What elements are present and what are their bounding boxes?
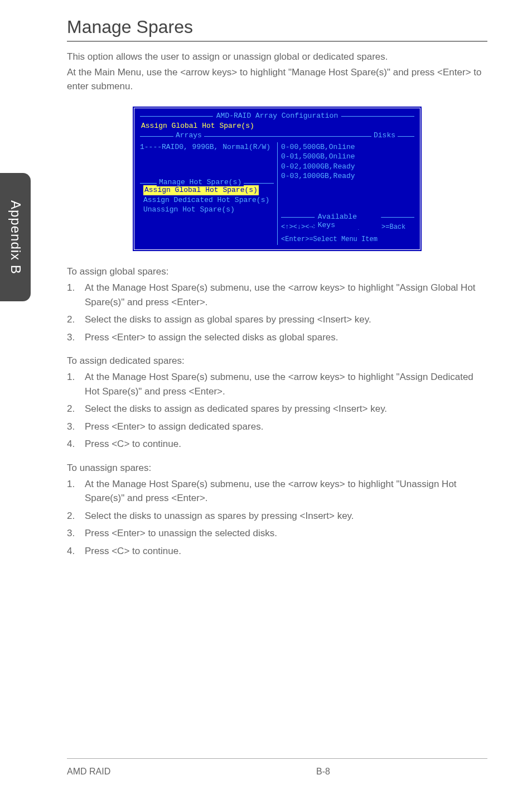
disk-entry: 0-01,500GB,Online <box>281 152 414 162</box>
list-item: Press <Enter> to assign dedicated spares… <box>67 420 487 434</box>
manage-hot-spares-legend: Manage Hot Spare(s) <box>157 178 244 186</box>
footer-page-number: B-8 <box>238 767 487 777</box>
global-steps-list: At the Manage Host Spare(s) submenu, use… <box>67 281 487 344</box>
available-keys-legend: Available Keys <box>315 213 381 229</box>
menu-assign-global[interactable]: Assign Global Hot Spare(s) <box>143 185 259 195</box>
list-item: At the Manage Host Spare(s) submenu, use… <box>67 370 487 398</box>
disks-column-label: Disks <box>371 131 398 139</box>
intro-paragraph-2: At the Main Menu, use the <arrow keys> t… <box>67 65 487 94</box>
disk-entry: 0-00,500GB,Online <box>281 142 414 152</box>
array-entry: 1----RAID0, 999GB, Normal(R/W) <box>140 142 274 152</box>
bios-screenshot: AMD-RAID Array Configuration Assign Glob… <box>67 106 487 252</box>
list-item: Press <Enter> to unassign the selected d… <box>67 526 487 541</box>
menu-unassign[interactable]: Unassign Hot Spare(s) <box>143 205 270 215</box>
list-item: Select the disks to assign as global spa… <box>67 312 487 327</box>
list-item: Press <Enter> to assign the selected dis… <box>67 330 487 345</box>
arrays-column-label: Arrays <box>173 131 204 139</box>
page-footer: AMD RAID B-8 <box>67 758 487 777</box>
list-item: Press <C> to continue. <box>67 437 487 451</box>
disk-entry: 0-02,1000GB,Ready <box>281 162 414 172</box>
disk-entry: 0-03,1000GB,Ready <box>281 171 414 181</box>
list-item: Press <C> to continue. <box>67 544 487 559</box>
global-spares-heading: To assign global spares: <box>67 266 487 277</box>
list-item: At the Manage Host Spare(s) submenu, use… <box>67 477 487 506</box>
side-tab: Appendix B <box>0 173 31 301</box>
page-title: Manage Spares <box>67 17 487 42</box>
dedicated-steps-list: At the Manage Host Spare(s) submenu, use… <box>67 370 487 451</box>
unassign-spares-heading: To unassign spares: <box>67 463 487 474</box>
bios-title: AMD-RAID Array Configuration <box>213 112 341 120</box>
side-tab-label: Appendix B <box>8 200 23 275</box>
keys-line-2: <Enter>=Select Menu Item <box>281 233 414 245</box>
list-item: Select the disks to assign as dedicated … <box>67 402 487 416</box>
unassign-steps-list: At the Manage Host Spare(s) submenu, use… <box>67 477 487 559</box>
list-item: Select the disks to unassign as spares b… <box>67 509 487 523</box>
page-content: Manage Spares This option allows the use… <box>0 0 532 578</box>
footer-left: AMD RAID <box>67 767 238 777</box>
menu-assign-dedicated[interactable]: Assign Dedicated Hot Spare(s) <box>143 195 270 205</box>
list-item: At the Manage Host Spare(s) submenu, use… <box>67 281 487 309</box>
bios-subtitle: Assign Global Hot Spare(s) <box>141 122 414 130</box>
bios-window: AMD-RAID Array Configuration Assign Glob… <box>132 106 422 252</box>
dedicated-spares-heading: To assign dedicated spares: <box>67 355 487 367</box>
intro-paragraph-1: This option allows the user to assign or… <box>67 50 487 64</box>
